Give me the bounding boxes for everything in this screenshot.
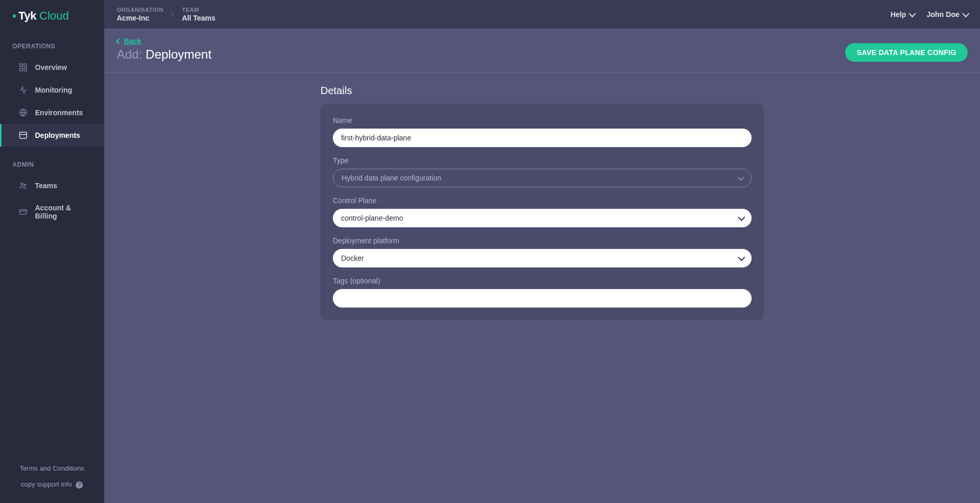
svg-rect-3 — [24, 68, 27, 71]
deployments-icon — [19, 131, 28, 140]
breadcrumb: ORGANISATION Acme-Inc TEAM All Teams — [117, 7, 234, 22]
sidebar-item-label: Deployments — [35, 131, 80, 139]
field-deployment-platform: Deployment platform Docker — [333, 237, 752, 267]
details-section-title: Details — [320, 85, 764, 97]
svg-rect-0 — [20, 64, 22, 66]
platform-select[interactable]: Docker — [333, 249, 752, 267]
page-header: Back Add: Deployment SAVE DATA PLANE CON… — [104, 29, 980, 73]
topbar-right: Help John Doe — [890, 10, 968, 19]
crumb-label: TEAM — [182, 7, 216, 13]
chevron-down-icon — [738, 174, 743, 182]
chevron-down-icon — [738, 214, 743, 222]
sidebar-item-teams[interactable]: Teams — [0, 174, 104, 197]
chevron-down-icon — [909, 10, 914, 19]
main: ORGANISATION Acme-Inc TEAM All Teams Hel… — [104, 0, 980, 503]
crumb-label: ORGANISATION — [117, 7, 164, 13]
svg-rect-8 — [20, 210, 27, 214]
field-type: Type Hybrid data plane configuration — [333, 156, 752, 187]
nav-section-admin: ADMIN Teams Account & Billing — [0, 151, 104, 231]
monitoring-icon — [19, 85, 28, 95]
environments-icon — [19, 108, 28, 117]
help-icon: ? — [76, 481, 83, 489]
sidebar: ▪ Tyk Cloud OPERATIONS Overview Monitori… — [0, 0, 104, 503]
type-value: Hybrid data plane configuration — [342, 174, 441, 182]
control-plane-select[interactable]: control-plane-demo — [333, 209, 752, 227]
crumb-team[interactable]: TEAM All Teams — [182, 7, 225, 22]
save-data-plane-config-button[interactable]: SAVE DATA PLANE CONFIG — [845, 43, 968, 62]
help-menu[interactable]: Help — [890, 10, 914, 19]
user-label: John Doe — [926, 10, 959, 19]
sidebar-item-label: Overview — [35, 63, 67, 71]
logo-suffix: Cloud — [40, 9, 69, 23]
svg-rect-5 — [20, 132, 27, 138]
svg-rect-1 — [24, 64, 27, 66]
crumb-organisation[interactable]: ORGANISATION Acme-Inc — [117, 7, 173, 22]
sidebar-item-label: Environments — [35, 109, 83, 117]
support-info-label: copy support info — [21, 480, 72, 488]
crumb-value: Acme-Inc — [117, 14, 164, 22]
user-menu[interactable]: John Doe — [926, 10, 968, 19]
terms-link[interactable]: Terms and Conditions — [0, 460, 104, 476]
sidebar-item-label: Monitoring — [35, 86, 72, 94]
sidebar-item-monitoring[interactable]: Monitoring — [0, 79, 104, 101]
type-select[interactable]: Hybrid data plane configuration — [333, 169, 752, 187]
svg-point-7 — [24, 184, 26, 186]
crumb-value: All Teams — [182, 14, 216, 22]
nav-header-admin: ADMIN — [0, 161, 104, 174]
sidebar-item-label: Teams — [35, 182, 57, 190]
control-plane-value: control-plane-demo — [341, 214, 403, 222]
tags-label: Tags (optional) — [333, 277, 752, 285]
support-info-link[interactable]: copy support info ? — [0, 476, 104, 493]
topbar: ORGANISATION Acme-Inc TEAM All Teams Hel… — [104, 0, 980, 29]
sidebar-item-environments[interactable]: Environments — [0, 101, 104, 124]
logo-mark-icon: ▪ — [12, 9, 16, 23]
teams-icon — [19, 181, 28, 190]
chevron-down-icon — [963, 10, 968, 19]
field-name: Name — [333, 116, 752, 147]
sidebar-footer: Terms and Conditions copy support info ? — [0, 460, 104, 503]
svg-point-6 — [21, 183, 24, 186]
billing-icon — [19, 207, 28, 217]
details-card: Name Type Hybrid data plane configuratio… — [320, 104, 764, 320]
back-link[interactable]: Back — [117, 37, 141, 45]
nav-header-operations: OPERATIONS — [0, 43, 104, 56]
page-title-prefix: Add: — [117, 47, 142, 61]
logo-text: Tyk — [19, 9, 37, 23]
logo[interactable]: ▪ Tyk Cloud — [0, 0, 104, 32]
name-label: Name — [333, 116, 752, 124]
sidebar-item-overview[interactable]: Overview — [0, 56, 104, 79]
sidebar-item-label: Account & Billing — [35, 204, 92, 220]
field-control-plane: Control Plane control-plane-demo — [333, 196, 752, 227]
page-title: Add: Deployment — [117, 47, 845, 62]
platform-label: Deployment platform — [333, 237, 752, 245]
content: Details Name Type Hybrid data plane conf… — [104, 73, 980, 503]
field-tags: Tags (optional) — [333, 277, 752, 308]
tags-input[interactable] — [333, 289, 752, 308]
nav-section-operations: OPERATIONS Overview Monitoring Environme… — [0, 32, 104, 151]
chevron-down-icon — [738, 254, 743, 262]
help-label: Help — [890, 10, 906, 19]
overview-icon — [19, 63, 28, 72]
svg-rect-2 — [20, 68, 22, 71]
name-input[interactable] — [333, 129, 752, 147]
control-plane-label: Control Plane — [333, 196, 752, 205]
type-label: Type — [333, 156, 752, 165]
sidebar-item-deployments[interactable]: Deployments — [0, 124, 104, 147]
platform-value: Docker — [341, 254, 364, 262]
sidebar-item-account-billing[interactable]: Account & Billing — [0, 197, 104, 227]
page-title-main: Deployment — [146, 47, 211, 61]
